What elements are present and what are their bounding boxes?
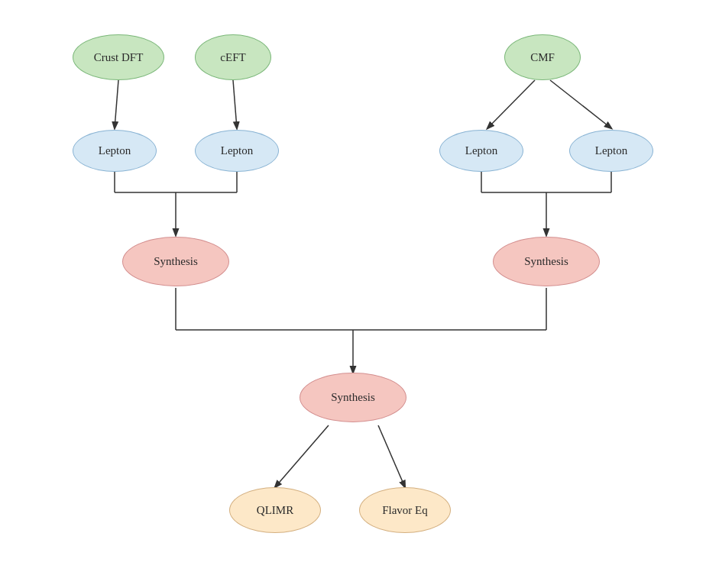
- cmf-node: CMF: [504, 34, 581, 80]
- synthesis3-label: Synthesis: [331, 391, 375, 404]
- flavor-eq-node: Flavor Eq: [359, 487, 451, 533]
- qlimr-label: QLIMR: [257, 504, 293, 517]
- lepton3-node: Lepton: [439, 130, 523, 172]
- lepton1-label: Lepton: [99, 144, 131, 157]
- synthesis2-label: Synthesis: [524, 255, 568, 268]
- synthesis1-node: Synthesis: [122, 237, 229, 286]
- cmf-label: CMF: [530, 51, 555, 64]
- lepton2-label: Lepton: [221, 144, 254, 157]
- synthesis2-node: Synthesis: [493, 237, 600, 286]
- ceft-label: cEFT: [220, 51, 245, 64]
- lepton4-label: Lepton: [595, 144, 628, 157]
- svg-line-1: [233, 80, 237, 128]
- crust-dft-label: Crust DFT: [94, 51, 144, 64]
- flavor-eq-label: Flavor Eq: [382, 504, 428, 517]
- synthesis3-node: Synthesis: [300, 373, 406, 422]
- lepton4-node: Lepton: [569, 130, 653, 172]
- lepton2-node: Lepton: [195, 130, 279, 172]
- svg-line-6: [487, 80, 535, 128]
- svg-line-0: [115, 80, 118, 128]
- svg-line-17: [378, 425, 405, 487]
- crust-dft-node: Crust DFT: [73, 34, 164, 80]
- svg-line-7: [550, 80, 611, 128]
- ceft-node: cEFT: [195, 34, 271, 80]
- svg-line-16: [275, 425, 329, 487]
- lepton1-node: Lepton: [73, 130, 157, 172]
- synthesis1-label: Synthesis: [154, 255, 198, 268]
- lepton3-label: Lepton: [465, 144, 498, 157]
- qlimr-node: QLIMR: [229, 487, 321, 533]
